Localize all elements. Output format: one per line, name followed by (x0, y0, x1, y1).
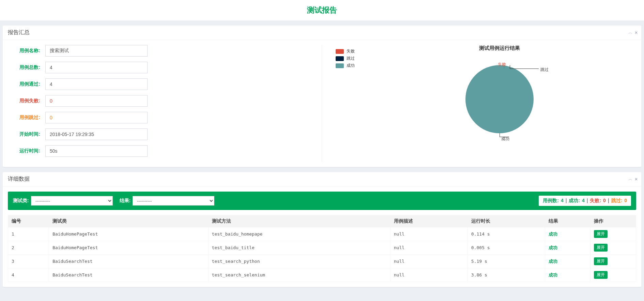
td-desc: null (390, 241, 467, 255)
td-class: BaiduSearchTest (49, 268, 208, 282)
pie-chart: 测试用例运行结果 失败 跳过 成功 (363, 45, 636, 162)
td-op: 展开 (591, 241, 636, 255)
label-skip: 用例跳过: (8, 115, 45, 121)
th-method: 测试方法 (208, 215, 390, 227)
input-total[interactable] (45, 62, 148, 73)
summary-form: 用例名称: 用例总数: 用例通过: 用例失败: 用例跳过: 开始时间: (8, 45, 322, 162)
label-pass: 用例通过: (8, 81, 45, 87)
filter-class-label: 测试类: (13, 198, 29, 204)
label-start: 开始时间: (8, 131, 45, 137)
filter-class-select[interactable]: ---------- (31, 196, 113, 206)
td-idx: 1 (8, 227, 49, 241)
detail-body: 测试类: ---------- 结果: ---------- 用例数: 4 | … (3, 186, 641, 287)
pie-slice-success (465, 65, 534, 133)
td-result: 成功 (545, 268, 591, 282)
stat-total-label: 用例数: (543, 198, 559, 204)
stat-skip-label: 跳过: (611, 198, 623, 204)
legend-skip-swatch (336, 56, 344, 61)
legend-fail-label: 失败 (347, 48, 355, 54)
stat-sep: | (587, 198, 588, 204)
filter-result-select[interactable]: ---------- (133, 196, 214, 206)
td-method: test_baidu_title (208, 241, 390, 255)
td-method: test_search_python (208, 255, 390, 268)
table-row: 2BaiduHomePageTesttest_baidu_titlenull0.… (8, 241, 636, 255)
summary-box: 报告汇总 ︿ ✕ 用例名称: 用例总数: 用例通过: 用例失败: (3, 26, 641, 167)
th-idx: 编号 (8, 215, 49, 227)
summary-header: 报告汇总 ︿ ✕ (3, 26, 641, 40)
pie-label-skip: 跳过 (540, 67, 549, 73)
label-total: 用例总数: (8, 64, 45, 71)
input-name[interactable] (45, 45, 148, 57)
td-class: BaiduHomePageTest (49, 241, 208, 255)
expand-button[interactable]: 展开 (594, 230, 608, 238)
stat-sep: | (608, 198, 609, 204)
label-fail: 用例失败: (8, 98, 45, 104)
td-op: 展开 (591, 255, 636, 268)
label-duration: 运行时间: (8, 148, 45, 154)
input-start[interactable] (45, 129, 148, 140)
legend-success: 成功 (336, 63, 363, 69)
input-fail[interactable] (45, 95, 148, 107)
filter-stats: 用例数: 4 | 成功: 4 | 失败: 0 | 跳过: 0 (539, 196, 631, 206)
td-op: 展开 (591, 268, 636, 282)
th-duration: 运行时长 (467, 215, 545, 227)
pie-line-success-v (500, 133, 500, 137)
close-icon[interactable]: ✕ (634, 176, 638, 182)
close-icon[interactable]: ✕ (634, 30, 638, 35)
td-idx: 2 (8, 241, 49, 255)
td-method: test_baidu_homepape (208, 227, 390, 241)
legend-success-label: 成功 (347, 63, 355, 69)
th-desc: 用例描述 (390, 215, 467, 227)
td-duration: 5.19 s (467, 255, 545, 268)
td-duration: 0.005 s (467, 241, 545, 255)
td-op: 展开 (591, 227, 636, 241)
table-row: 4BaiduSearchTesttest_search_seleniumnull… (8, 268, 636, 282)
legend-skip: 跳过 (336, 56, 363, 61)
td-idx: 3 (8, 255, 49, 268)
td-result: 成功 (545, 241, 591, 255)
stat-sep: | (566, 198, 567, 204)
page-title: 测试报告 (0, 0, 644, 20)
td-desc: null (390, 255, 467, 268)
stat-skip: 0 (624, 198, 627, 204)
expand-button[interactable]: 展开 (594, 257, 608, 265)
table-header-row: 编号 测试类 测试方法 用例描述 运行时长 结果 操作 (8, 215, 636, 227)
td-result: 成功 (545, 227, 591, 241)
th-result: 结果 (545, 215, 591, 227)
expand-button[interactable]: 展开 (594, 244, 608, 252)
stat-fail-label: 失败: (590, 198, 601, 204)
td-desc: null (390, 227, 467, 241)
detail-tools: ︿ ✕ (628, 176, 638, 182)
collapse-icon[interactable]: ︿ (628, 30, 632, 35)
pie-line-skip-h (510, 69, 539, 69)
td-idx: 4 (8, 268, 49, 282)
input-duration[interactable] (45, 145, 148, 157)
expand-button[interactable]: 展开 (594, 271, 608, 279)
table-row: 3BaiduSearchTesttest_search_pythonnull5.… (8, 255, 636, 268)
pie-line-skip-v (510, 65, 510, 69)
stat-fail: 0 (603, 198, 606, 204)
input-skip[interactable] (45, 112, 148, 123)
td-desc: null (390, 268, 467, 282)
td-class: BaiduHomePageTest (49, 227, 208, 241)
legend-fail: 失败 (336, 48, 363, 54)
stat-success-label: 成功: (569, 198, 580, 204)
legend-fail-swatch (336, 49, 344, 54)
th-class: 测试类 (49, 215, 208, 227)
collapse-icon[interactable]: ︿ (628, 176, 632, 182)
legend-success-swatch (336, 63, 344, 68)
th-op: 操作 (591, 215, 636, 227)
pie-label-fail: 失败 (498, 62, 506, 67)
detail-header: 详细数据 ︿ ✕ (3, 172, 641, 186)
legend-skip-label: 跳过 (347, 56, 355, 61)
input-pass[interactable] (45, 78, 148, 90)
td-result: 成功 (545, 255, 591, 268)
td-class: BaiduSearchTest (49, 255, 208, 268)
pie-label-success: 成功 (501, 136, 509, 142)
summary-title: 报告汇总 (8, 29, 30, 36)
detail-box: 详细数据 ︿ ✕ 测试类: ---------- 结果: ---------- … (3, 172, 641, 287)
td-duration: 0.114 s (467, 227, 545, 241)
stat-success: 4 (582, 198, 585, 204)
chart-title: 测试用例运行结果 (479, 45, 520, 51)
pie-wrap: 失败 跳过 成功 (445, 55, 554, 150)
